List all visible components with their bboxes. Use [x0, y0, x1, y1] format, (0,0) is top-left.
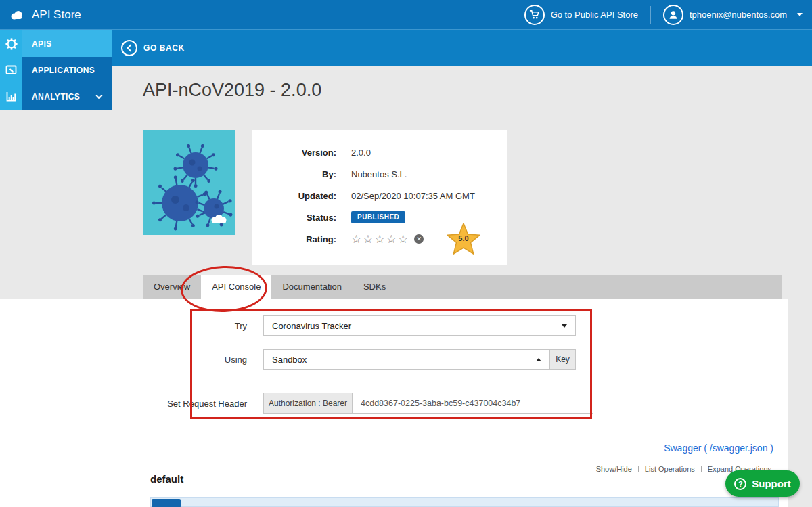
status-badge: PUBLISHED [351, 211, 405, 223]
public-store-button[interactable]: Go to Public API Store [524, 5, 638, 25]
chevron-down-icon [96, 93, 103, 100]
auth-scheme-label: Authorization : Bearer [263, 393, 353, 414]
sidebar-item-applications[interactable]: APPLICATIONS [22, 57, 112, 83]
request-header-label: Set Request Header [135, 399, 247, 409]
info-row-version: Version: 2.0.0 [252, 146, 508, 159]
updated-label: Updated: [252, 191, 336, 201]
try-select[interactable]: Coronavirus Tracker [263, 315, 576, 336]
user-menu[interactable]: tphoenix@nubentos.com [663, 5, 803, 25]
list-operations-link[interactable]: List Operations [645, 465, 695, 473]
try-select-value: Coronavirus Tracker [272, 321, 351, 331]
sidebar-item-analytics[interactable]: ANALYTICS [22, 83, 112, 110]
sidebar-item-label: APIS [32, 39, 52, 49]
tab-bar: Overview API Console Documentation SDKs [143, 275, 782, 299]
cart-icon [524, 5, 545, 25]
sidebar-item-label: APPLICATIONS [32, 66, 95, 75]
using-label: Using [135, 355, 247, 365]
rating-stars[interactable]: ☆☆☆☆☆ [351, 234, 409, 245]
by-label: By: [252, 169, 336, 179]
api-store-page: API Store Go to Public API Store [0, 0, 812, 507]
api-thumbnail [143, 130, 235, 235]
show-hide-link[interactable]: Show/Hide [596, 465, 632, 473]
sidebar-item-label: ANALYTICS [32, 92, 80, 102]
tab-sdks[interactable]: SDKs [353, 275, 397, 299]
rating-label: Rating: [252, 234, 336, 244]
section-title-default[interactable]: default [150, 473, 183, 485]
user-icon [663, 5, 683, 25]
go-back-bar: GO BACK [112, 30, 812, 66]
by-value: Nubentos S.L. [351, 169, 407, 179]
top-bar-right: Go to Public API Store tphoenix@nubentos… [524, 5, 803, 25]
chevron-left-icon[interactable] [121, 40, 137, 56]
tab-documentation[interactable]: Documentation [271, 275, 352, 299]
support-button[interactable]: ? Support [725, 470, 800, 497]
operation-row[interactable] [150, 497, 779, 507]
swagger-link[interactable]: Swagger ( /swagger.json ) [595, 443, 773, 454]
top-divider [650, 6, 651, 24]
top-bar: API Store Go to Public API Store [0, 0, 812, 30]
version-value: 2.0.0 [351, 148, 371, 158]
divider [638, 466, 639, 472]
key-button[interactable]: Key [549, 349, 576, 370]
chevron-down-icon [562, 324, 567, 328]
using-select[interactable]: Sandbox [263, 349, 550, 370]
sidebar-item-apis[interactable]: APIS [22, 30, 112, 57]
rating-badge-value: 5.0 [446, 234, 481, 242]
http-method-badge [152, 499, 181, 507]
info-row-by: By: Nubentos S.L. [252, 167, 508, 181]
rating-badge: 5.0 [446, 221, 481, 255]
auth-token-input[interactable]: 4cdd8367-0225-3aba-bc59-c437004c34b7 [352, 393, 593, 414]
info-row-updated: Updated: 02/Sep/2020 10:07:35 AM GMT [252, 189, 508, 202]
chevron-down-icon [797, 13, 803, 16]
question-icon: ? [734, 478, 746, 490]
user-email: tphoenix@nubentos.com [690, 9, 787, 20]
page-title: API-nCoV2019 - 2.0.0 [143, 80, 321, 101]
app-logo[interactable]: API Store [9, 8, 81, 22]
chevron-up-icon [536, 358, 541, 361]
clear-rating-icon[interactable]: ✕ [414, 234, 424, 244]
sidebar-icon-column [0, 30, 22, 110]
version-label: Version: [252, 148, 336, 158]
public-store-label: Go to Public API Store [551, 9, 638, 20]
app-title: API Store [32, 8, 81, 22]
go-back-button[interactable]: GO BACK [143, 43, 185, 53]
status-label: Status: [252, 213, 336, 223]
tab-api-console[interactable]: API Console [201, 275, 271, 299]
divider [701, 466, 702, 472]
applications-icon[interactable] [0, 57, 22, 83]
using-select-value: Sandbox [272, 355, 307, 365]
analytics-icon[interactable] [0, 83, 22, 110]
cloud-icon [9, 9, 24, 20]
tab-overview[interactable]: Overview [143, 275, 201, 299]
try-label: Try [135, 321, 247, 331]
support-label: Support [752, 478, 791, 489]
updated-value: 02/Sep/2020 10:07:35 AM GMT [351, 191, 475, 201]
gear-icon[interactable] [0, 30, 22, 57]
